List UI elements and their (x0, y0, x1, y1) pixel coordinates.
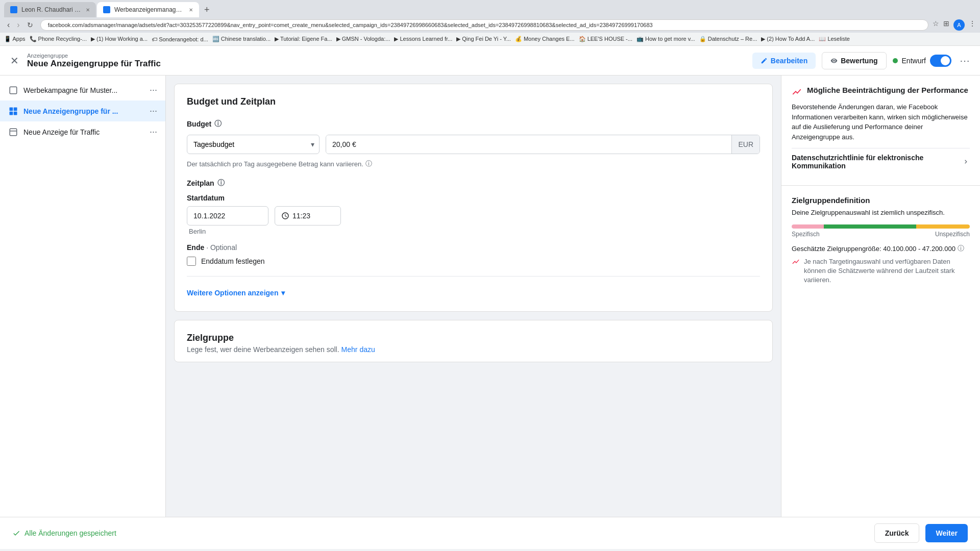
publish-toggle[interactable] (930, 55, 951, 67)
saved-indicator: Alle Änderungen gespeichert (12, 529, 116, 537)
budget-label: Budget ⓘ (187, 119, 760, 129)
enddatum-checkbox[interactable] (187, 257, 196, 266)
ende-label: Ende · Optional (187, 243, 760, 252)
budget-amount-input[interactable] (326, 135, 731, 154)
bookmark-9[interactable]: 💰 Money Changes E... (515, 36, 575, 42)
svg-rect-1 (10, 107, 13, 111)
sidebar-ad-more[interactable]: ··· (150, 127, 157, 137)
bookmark-3[interactable]: 🏷 Sonderangebot: d... (152, 36, 208, 42)
bookmark-apps[interactable]: 📱 Apps (4, 36, 26, 42)
nav-forward-button[interactable]: › (14, 19, 22, 31)
profile-icon[interactable]: A (953, 19, 965, 31)
bookmark-10[interactable]: 🏠 LEE'S HOUSE -... (579, 36, 632, 42)
browser-chrome: Leon R. Chaudhari | Facebook ✕ Werbeanze… (0, 0, 980, 46)
nav-back-button[interactable]: ‹ (4, 19, 13, 31)
time-input-wrap[interactable]: 11:23 (275, 206, 341, 226)
extension-icon-puzzle[interactable]: ⊞ (943, 19, 949, 31)
bookmark-leseliste[interactable]: 📖 Leseliste (819, 36, 849, 42)
browser-tab-inactive[interactable]: Leon R. Chaudhari | Facebook ✕ (4, 2, 96, 17)
svg-rect-0 (10, 87, 17, 94)
sidebar: Werbekampagne für Muster... ··· Neue Anz… (0, 76, 166, 517)
header-title-group: Anzeigengruppe Neue Anzeigengruppe für T… (27, 53, 161, 69)
top-header: ✕ Anzeigengruppe Neue Anzeigengruppe für… (0, 46, 980, 76)
page-title: Neue Anzeigengruppe für Traffic (27, 59, 161, 69)
more-options-button[interactable]: ⋯ (958, 53, 972, 69)
enddatum-label[interactable]: Enddatum festlegen (201, 257, 265, 265)
weiter-button[interactable]: Weiter (925, 524, 968, 542)
budget-note: Der tatsächlich pro Tag ausgegebene Betr… (187, 159, 760, 168)
zeitplan-info-icon[interactable]: ⓘ (217, 179, 225, 188)
budget-zeitplan-card: Budget und Zeitplan Budget ⓘ Tagesbudget… (174, 84, 773, 312)
weitere-optionen-button[interactable]: Weitere Optionen anzeigen ▾ (187, 287, 760, 299)
right-panel: Mögliche Beeinträchtigung der Performanc… (781, 76, 980, 517)
performance-section: Mögliche Beeinträchtigung der Performanc… (781, 76, 980, 186)
nav-refresh-button[interactable]: ↻ (24, 19, 36, 31)
audience-bar-yellow (916, 224, 970, 229)
ziel-title: Zielgruppendefinition (792, 196, 970, 205)
bookmark-12[interactable]: 🔒 Datenschutz – Re... (699, 36, 757, 42)
extension-icon-star[interactable]: ☆ (933, 19, 939, 31)
eye-icon (830, 57, 838, 64)
section-divider (187, 276, 760, 277)
performance-title: Mögliche Beeinträchtigung der Performanc… (792, 86, 970, 97)
bookmark-7[interactable]: ▶ Lessons Learned fr... (394, 36, 452, 42)
audience-bar-red (792, 224, 824, 229)
svg-rect-4 (14, 111, 17, 115)
bewertung-button[interactable]: Bewertung (822, 52, 886, 69)
date-time-row: 11:23 (187, 206, 760, 226)
bookmark-5[interactable]: ▶ Tutorial: Eigene Fa... (275, 36, 332, 42)
ad-icon (8, 127, 18, 137)
size-info-icon[interactable]: ⓘ (958, 244, 964, 253)
zielgruppe-desc-row: Lege fest, wer deine Werbeanzeigen sehen… (187, 345, 760, 354)
bookmark-2[interactable]: ▶ (1) How Working a... (91, 36, 148, 42)
budget-info-icon[interactable]: ⓘ (214, 119, 222, 129)
bookmark-6[interactable]: ▶ GMSN - Vologda:... (336, 36, 390, 42)
sidebar-adset-more[interactable]: ··· (150, 106, 157, 116)
close-button[interactable]: ✕ (8, 54, 21, 68)
new-tab-button[interactable]: + (200, 3, 214, 17)
bookmark-8[interactable]: ▶ Qing Fei De Yi - Y... (456, 36, 511, 42)
ziel-note: Je nach Targetingauswahl und verfügbaren… (792, 257, 970, 285)
bearbeiten-button[interactable]: Bearbeiten (752, 53, 816, 69)
bookmark-4[interactable]: 🔤 Chinese translatio... (212, 36, 271, 42)
svg-rect-3 (10, 111, 13, 115)
date-input[interactable] (187, 206, 268, 226)
section-title: Budget und Zeitplan (187, 96, 760, 107)
budget-note-info-icon[interactable]: ⓘ (365, 159, 372, 168)
header-subtitle: Anzeigengruppe (27, 53, 161, 59)
bookmarks-bar: 📱 Apps 📞 Phone Recycling-... ▶ (1) How W… (0, 33, 980, 46)
browser-menu-icon[interactable]: ⋮ (969, 19, 976, 31)
sidebar-item-ad[interactable]: Neue Anzeige für Traffic ··· (0, 121, 165, 142)
budget-type-select[interactable]: Tagesbudget Laufzeitbudget (187, 135, 320, 154)
chevron-right-icon (962, 158, 970, 166)
sidebar-campaign-label: Werbekampagne für Muster... (23, 86, 144, 94)
zuruck-button[interactable]: Zurück (874, 523, 920, 543)
main-content: Werbekampagne für Muster... ··· Neue Anz… (0, 76, 980, 517)
zielgruppe-title: Zielgruppe (187, 333, 760, 343)
sidebar-item-adset[interactable]: Neue Anzeigengruppe für ... ··· (0, 101, 165, 121)
zielgruppe-card: Zielgruppe Lege fest, wer deine Werbeanz… (174, 320, 773, 362)
sidebar-campaign-more[interactable]: ··· (150, 85, 157, 95)
pencil-icon (761, 57, 768, 64)
address-bar[interactable]: facebook.com/adsmanager/manage/adsets/ed… (40, 19, 928, 31)
budget-row: Tagesbudget Laufzeitbudget ▾ EUR (187, 135, 760, 154)
bookmark-13[interactable]: ▶ (2) How To Add A... (761, 36, 815, 42)
audience-bar-labels: Spezifisch Unspezifisch (792, 231, 970, 238)
header-actions: Bearbeiten Bewertung Entwurf ⋯ (752, 52, 972, 69)
bookmark-11[interactable]: 📺 How to get more v... (636, 36, 695, 42)
budget-amount-wrap: EUR (326, 135, 760, 154)
budget-type-select-wrap: Tagesbudget Laufzeitbudget ▾ (187, 135, 320, 154)
performance-text: Bevorstehende Änderungen daran, wie Face… (792, 102, 970, 142)
svg-rect-5 (10, 129, 17, 136)
enddatum-row: Enddatum festlegen (187, 257, 760, 266)
mehr-dazu-link[interactable]: Mehr dazu (341, 345, 375, 354)
browser-tab-active[interactable]: Werbeanzeigenmanager - We... ✕ (97, 2, 199, 17)
chevron-down-icon: ▾ (281, 289, 285, 297)
bookmark-1[interactable]: 📞 Phone Recycling-... (30, 36, 87, 42)
campaign-icon (8, 85, 18, 95)
sidebar-item-campaign[interactable]: Werbekampagne für Muster... ··· (0, 80, 165, 101)
entwurf-status: Entwurf (893, 55, 951, 67)
datenschutz-row[interactable]: Datenschutzrichtlinie für elektronische … (792, 148, 970, 175)
timezone-label: Berlin (189, 228, 760, 235)
zielgruppe-definition-section: Zielgruppendefinition Deine Zielgruppena… (781, 186, 980, 295)
